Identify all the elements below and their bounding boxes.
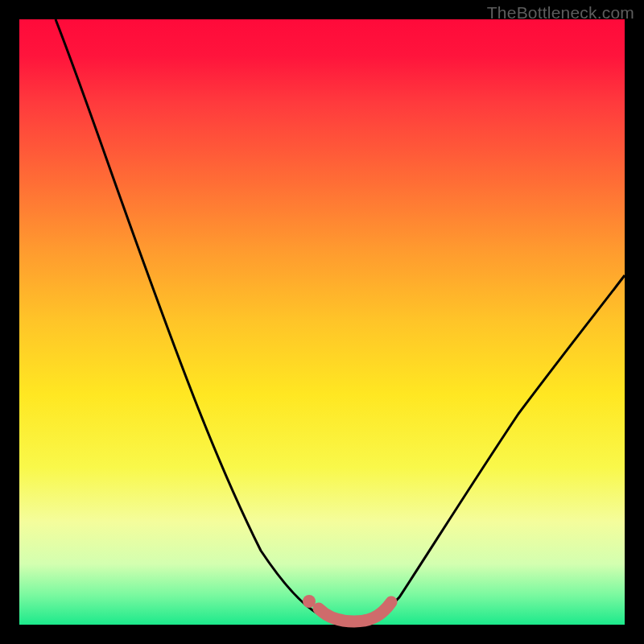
chart-plot-area bbox=[19, 19, 625, 625]
optimal-point-marker bbox=[303, 595, 316, 608]
chart-svg bbox=[19, 19, 625, 625]
watermark-text: TheBottleneck.com bbox=[487, 3, 634, 23]
bottleneck-curve-line bbox=[56, 19, 625, 621]
optimal-range-marker bbox=[319, 602, 391, 621]
